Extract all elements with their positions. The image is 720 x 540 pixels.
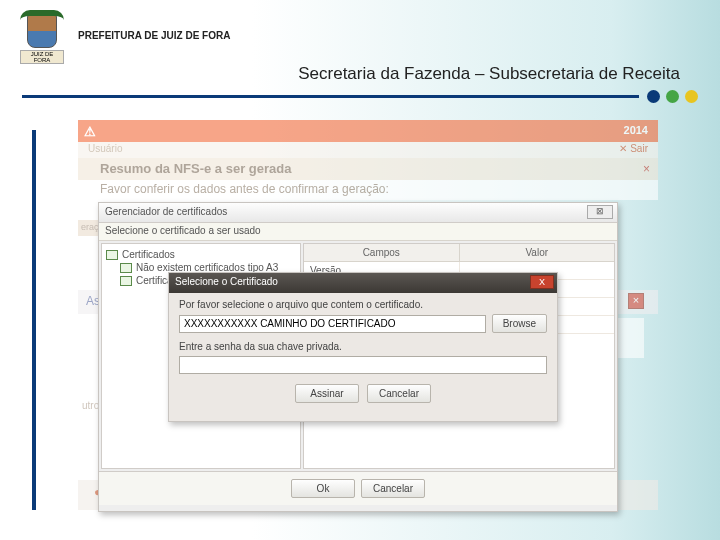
password-instruction: Entre a senha da sua chave privada. (179, 341, 547, 352)
folder-icon (106, 250, 118, 260)
bg-user-bar: Usuário Sair (78, 142, 658, 158)
cert-path-input[interactable] (179, 315, 486, 333)
cert-icon (120, 263, 132, 273)
rule-row (0, 90, 720, 103)
horizontal-rule (22, 95, 639, 98)
select-cert-body: Por favor selecione o arquivo que contem… (169, 293, 557, 409)
org-name: PREFEITURA DE JUIZ DE FORA (78, 30, 230, 41)
select-cert-title: Selecione o Certificado (175, 276, 278, 287)
cert-manager-title: Gerenciador de certificados (105, 206, 227, 217)
bg-panel-header: Resumo da NFS-e a ser gerada × (78, 158, 658, 180)
dot-group (647, 90, 698, 103)
page-title: Secretaria da Fazenda – Subsecretaria de… (20, 60, 700, 90)
bg-sair-link: Sair (619, 143, 648, 154)
vertical-rule (32, 130, 36, 510)
crest-logo: JUIZ DE FORA (20, 10, 64, 60)
cert-manager-buttons: Ok Cancelar (99, 471, 617, 505)
password-row (179, 356, 547, 374)
bg-favor-text: Favor conferir os dados antes de confirm… (100, 182, 389, 196)
select-cert-buttons: Assinar Cancelar (179, 384, 547, 403)
tree-root[interactable]: Certificados (106, 248, 296, 261)
dot-green (666, 90, 679, 103)
slide-header: JUIZ DE FORA PREFEITURA DE JUIZ DE FORA … (0, 0, 720, 90)
browse-button[interactable]: Browse (492, 314, 547, 333)
bg-orange-bar: ⚠ 2014 (78, 120, 658, 142)
password-input[interactable] (179, 356, 547, 374)
bg-assinador-close-icon: × (628, 293, 644, 309)
grid-header: Campos Valor (304, 244, 614, 262)
ok-button[interactable]: Ok (291, 479, 355, 498)
tree-root-label: Certificados (122, 249, 175, 260)
cert-manager-titlebar[interactable]: Gerenciador de certificados ⊠ (99, 203, 617, 223)
screenshot-stage: ⚠ 2014 Usuário Sair Resumo da NFS-e a se… (78, 120, 658, 520)
bg-app-brand: ⚠ (84, 124, 96, 139)
col-campos: Campos (304, 244, 460, 261)
cert-icon (120, 276, 132, 286)
bg-resumo-title: Resumo da NFS-e a ser gerada (100, 161, 291, 176)
select-cert-titlebar[interactable]: Selecione o Certificado X (169, 273, 557, 293)
cert-manager-subtitle: Selecione o certificado a ser usado (99, 223, 617, 241)
bg-top-right: 2014 (624, 124, 648, 136)
dot-blue (647, 90, 660, 103)
select-cert-instruction: Por favor selecione o arquivo que contem… (179, 299, 547, 310)
dot-yellow (685, 90, 698, 103)
bg-panel-sub: Favor conferir os dados antes de confirm… (78, 180, 658, 200)
crest-banner: JUIZ DE FORA (20, 50, 64, 64)
cancel-button[interactable]: Cancelar (367, 384, 431, 403)
select-cert-close-button[interactable]: X (530, 275, 554, 289)
assinar-button[interactable]: Assinar (295, 384, 359, 403)
cert-manager-close-button[interactable]: ⊠ (587, 205, 613, 219)
cert-path-row: Browse (179, 314, 547, 333)
select-cert-window: Selecione o Certificado X Por favor sele… (168, 272, 558, 422)
bg-panel-close-icon: × (643, 162, 650, 176)
bg-usuario-label: Usuário (88, 143, 122, 154)
header-top-row: JUIZ DE FORA PREFEITURA DE JUIZ DE FORA (20, 10, 700, 60)
cancel-button[interactable]: Cancelar (361, 479, 425, 498)
col-valor: Valor (460, 244, 615, 261)
